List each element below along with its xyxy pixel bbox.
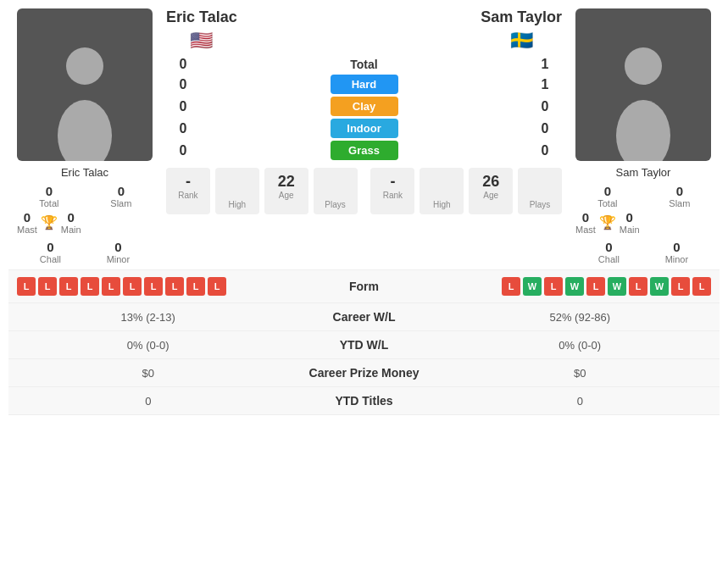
- left-ytd-wl: 0% (0-0): [17, 339, 280, 352]
- players-names-top: Eric Talac 🇺🇸 Sam Taylor 🇸🇪: [166, 8, 562, 52]
- form-badge-right: L: [586, 277, 605, 296]
- form-badge-left: L: [165, 277, 184, 296]
- right-flag: 🇸🇪: [481, 30, 562, 52]
- svg-point-2: [625, 47, 662, 85]
- career-wl-label: Career W/L: [280, 310, 449, 324]
- ytd-titles-label: YTD Titles: [280, 394, 449, 408]
- indoor-row: 0 Indoor 0: [166, 119, 562, 138]
- right-player-card: Sam Taylor 0 Total 0 Slam 0 Mast 🏆: [567, 8, 720, 264]
- right-total-val: 0 Total: [575, 184, 640, 208]
- form-badge-left: L: [186, 277, 205, 296]
- svg-point-3: [616, 100, 670, 161]
- form-badge-left: L: [208, 277, 226, 296]
- grass-row: 0 Grass 0: [166, 141, 562, 160]
- ytd-wl-label: YTD W/L: [280, 338, 449, 352]
- left-rank-card: - Rank: [166, 168, 210, 214]
- center-col: Eric Talac 🇺🇸 Sam Taylor 🇸🇪 0 Total 1: [161, 8, 567, 264]
- right-slam-val: 0 Slam: [648, 184, 711, 208]
- left-slam-val: 0 Slam: [90, 184, 153, 208]
- form-badge-left: L: [123, 277, 142, 296]
- career-wl-row: 13% (2-13) Career W/L 52% (92-86): [8, 303, 720, 331]
- form-badge-right: L: [502, 277, 520, 296]
- svg-point-0: [66, 47, 103, 85]
- right-ytd-titles: 0: [449, 395, 712, 408]
- left-career-prize: $0: [17, 367, 280, 380]
- hard-row: 0 Hard 1: [166, 75, 562, 94]
- right-career-prize: $0: [449, 367, 712, 380]
- svg-point-1: [58, 100, 112, 161]
- left-flag: 🇺🇸: [166, 30, 237, 52]
- right-form: LWLWLWLWLL: [449, 277, 712, 296]
- left-player-name: Eric Talac: [8, 166, 161, 179]
- right-plays-card: Plays: [518, 168, 562, 214]
- left-total-val: 0 Total: [17, 184, 81, 208]
- form-badge-right: W: [650, 277, 669, 296]
- form-badge-left: L: [102, 277, 120, 296]
- right-rank-card: - Rank: [370, 168, 414, 214]
- right-stats-grid: 0 Total 0 Slam 0 Mast 🏆 0 Main: [567, 184, 720, 264]
- clay-row: 0 Clay 0: [166, 97, 562, 116]
- right-trophy-icon: 🏆: [599, 214, 616, 230]
- form-badge-left: L: [38, 277, 57, 296]
- left-total-score: 0: [166, 57, 200, 72]
- ytd-wl-row: 0% (0-0) YTD W/L 0% (0-0): [8, 331, 720, 359]
- form-label: Form: [280, 280, 449, 293]
- form-badge-right: W: [565, 277, 584, 296]
- total-score-row: 0 Total 1: [166, 57, 562, 72]
- form-badge-right: L: [692, 277, 711, 296]
- left-mast-cell: 0 Mast 🏆 0 Main: [17, 210, 81, 235]
- right-career-wl: 52% (92-86): [449, 311, 712, 324]
- form-badge-right: L: [671, 277, 690, 296]
- left-age-card: 22 Age: [264, 168, 308, 214]
- left-high-card: High: [215, 168, 259, 214]
- left-plays-card: Plays: [314, 168, 358, 214]
- form-badge-right: W: [608, 277, 626, 296]
- left-trophy-icon: 🏆: [41, 214, 58, 230]
- right-avatar: [575, 8, 711, 161]
- left-form: LLLLLLLLLL: [17, 277, 280, 296]
- right-high-card: High: [420, 168, 464, 214]
- right-age-card: 26 Age: [469, 168, 513, 214]
- form-badge-left: L: [17, 277, 36, 296]
- ytd-titles-row: 0 YTD Titles 0: [8, 387, 720, 415]
- form-badge-left: L: [81, 277, 99, 296]
- form-badge-left: L: [144, 277, 163, 296]
- right-ytd-wl: 0% (0-0): [449, 339, 712, 352]
- right-total-score: 1: [528, 57, 562, 72]
- top-area: Eric Talac 0 Total 0 Slam 0 Mast 🏆: [8, 8, 720, 264]
- form-section: LLLLLLLLLL Form LWLWLWLWLL 13% (2-13) Ca…: [8, 269, 720, 415]
- left-chall-val: 0 Chall 0 Minor: [17, 240, 153, 264]
- career-prize-label: Career Prize Money: [280, 366, 449, 380]
- total-label: Total: [200, 58, 528, 71]
- clay-badge: Clay: [331, 97, 398, 116]
- form-badge-right: L: [629, 277, 647, 296]
- indoor-badge: Indoor: [331, 119, 398, 138]
- hard-badge: Hard: [331, 75, 398, 94]
- left-ytd-titles: 0: [17, 395, 280, 408]
- career-prize-row: $0 Career Prize Money $0: [8, 359, 720, 387]
- form-badge-left: L: [59, 277, 78, 296]
- left-stats-grid: 0 Total 0 Slam 0 Mast 🏆 0 Main: [8, 184, 161, 264]
- grass-badge: Grass: [331, 141, 398, 160]
- left-avatar: [17, 8, 153, 161]
- form-badge-right: L: [544, 277, 563, 296]
- surface-rows: 0 Hard 1 0 Clay 0 0 Indoor: [166, 75, 562, 163]
- left-name-center: Eric Talac 🇺🇸: [166, 8, 237, 52]
- center-detail-cards: - Rank High 22 Age Plays - Rank: [166, 168, 562, 214]
- main-container: Eric Talac 0 Total 0 Slam 0 Mast 🏆: [0, 0, 728, 424]
- left-career-wl: 13% (2-13): [17, 311, 280, 324]
- right-mast-cell: 0 Mast 🏆 0 Main: [575, 210, 640, 235]
- right-name-center: Sam Taylor 🇸🇪: [481, 8, 562, 52]
- right-chall-val: 0 Chall 0 Minor: [575, 240, 711, 264]
- form-row: LLLLLLLLLL Form LWLWLWLWLL: [8, 270, 720, 303]
- right-player-name: Sam Taylor: [567, 166, 720, 179]
- form-badge-right: W: [523, 277, 542, 296]
- left-player-card: Eric Talac 0 Total 0 Slam 0 Mast 🏆: [8, 8, 161, 264]
